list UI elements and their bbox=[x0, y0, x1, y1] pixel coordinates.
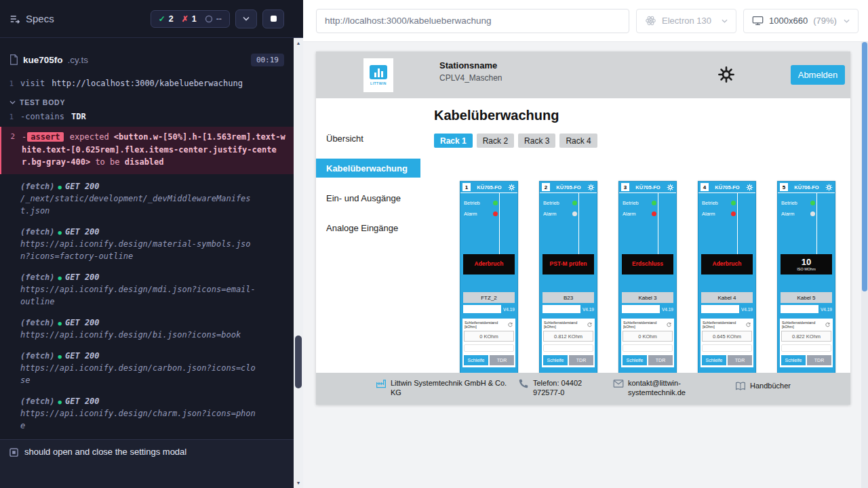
resistance-label: Schleifenwiderstand [kOhm] bbox=[465, 321, 507, 329]
aut-stage: LITTWIN Stationsname CPLV4_Maschen Abmel… bbox=[303, 42, 861, 488]
scroll-down-arrow-icon[interactable]: ▼ bbox=[294, 481, 303, 485]
blank-field bbox=[622, 305, 660, 313]
tab-rack-2[interactable]: Rack 2 bbox=[477, 134, 514, 148]
status-display: PST-M prüfen bbox=[542, 254, 594, 274]
fetch-status: GET 200 bbox=[65, 351, 100, 361]
fetch-status: GET 200 bbox=[65, 318, 100, 327]
refresh-icon[interactable] bbox=[745, 322, 751, 328]
cable-name: Kabel 5 bbox=[781, 292, 832, 303]
littwin-logo-icon bbox=[370, 65, 387, 79]
value-field bbox=[464, 344, 514, 352]
stop-button[interactable] bbox=[262, 9, 284, 28]
page-scrollbar[interactable] bbox=[861, 42, 868, 488]
contains-command-row[interactable]: 1 -containsTDR bbox=[0, 109, 294, 125]
card-number: 1 bbox=[462, 183, 471, 191]
card-settings-icon[interactable] bbox=[825, 184, 833, 191]
sidebar-item-kabelueberwachung[interactable]: Kabelüberwachung bbox=[316, 159, 420, 178]
assert-expected-text: expected bbox=[70, 132, 109, 142]
refresh-icon[interactable] bbox=[666, 322, 672, 328]
schleife-button[interactable]: Schleife bbox=[623, 355, 647, 365]
tdr-button[interactable]: TDR bbox=[569, 355, 593, 365]
status-display: Aderbruch bbox=[701, 254, 753, 274]
schleife-button[interactable]: Schleife bbox=[702, 355, 726, 365]
logo-text: LITTWIN bbox=[370, 81, 387, 85]
scroll-up-arrow-icon[interactable]: ▲ bbox=[294, 41, 303, 45]
fetch-log-entry[interactable]: (fetch)●GET 200 /_next/static/developmen… bbox=[0, 178, 294, 220]
chevron-down-icon bbox=[722, 19, 728, 23]
refresh-icon[interactable] bbox=[507, 322, 513, 328]
station-info: Stationsname CPLV4_Maschen bbox=[439, 60, 502, 83]
resistance-label: Schleifenwiderstand [kOhm] bbox=[782, 321, 825, 329]
resistance-label: Schleifenwiderstand [kOhm] bbox=[703, 321, 745, 329]
sidebar-item-analoge-eingaenge[interactable]: Analoge Eingänge bbox=[316, 218, 420, 237]
url-input[interactable] bbox=[316, 9, 629, 33]
card-settings-icon[interactable] bbox=[508, 184, 515, 191]
browser-selector[interactable]: Electron 130 bbox=[636, 9, 736, 33]
tab-rack-3[interactable]: Rack 3 bbox=[518, 134, 555, 148]
alarm-label: Alarm bbox=[623, 211, 636, 217]
reporter-scrollbar[interactable]: ▲ ▼ bbox=[294, 0, 303, 488]
fetch-status: GET 200 bbox=[65, 396, 100, 406]
refresh-icon[interactable] bbox=[825, 322, 831, 328]
led-panel: Betrieb Alarm bbox=[698, 193, 755, 254]
resistance-value: 0.812 KOhm bbox=[543, 331, 593, 342]
schleife-button[interactable]: Schleife bbox=[781, 355, 806, 365]
tdr-button[interactable]: TDR bbox=[490, 355, 514, 365]
betrieb-label: Betrieb bbox=[781, 200, 797, 206]
fetch-tag: (fetch) bbox=[20, 227, 55, 237]
viewport-selector[interactable]: 1000x660 (79%) bbox=[743, 9, 859, 33]
blank-field bbox=[781, 305, 818, 313]
tab-rack-4[interactable]: Rack 4 bbox=[559, 134, 597, 148]
rack-tabs: Rack 1 Rack 2 Rack 3 Rack 4 bbox=[434, 134, 597, 148]
card-number: 4 bbox=[701, 183, 709, 191]
tdr-button[interactable]: TDR bbox=[728, 355, 752, 365]
phone-icon bbox=[518, 378, 529, 389]
stop-icon bbox=[271, 16, 277, 22]
refresh-icon[interactable] bbox=[587, 322, 593, 328]
footer-manuals[interactable]: Handbücher bbox=[735, 381, 791, 392]
fetch-log-entry[interactable]: (fetch)●GET 200 https://api.iconify.desi… bbox=[0, 392, 294, 434]
failed-count: 1 bbox=[192, 14, 197, 24]
value-field bbox=[543, 344, 593, 352]
alarm-label: Alarm bbox=[543, 211, 557, 217]
spec-header[interactable]: kue705fo .cy.ts 00:19 bbox=[0, 49, 294, 70]
test-body-section-header[interactable]: TEST BODY bbox=[0, 92, 294, 109]
schleife-button[interactable]: Schleife bbox=[464, 355, 488, 365]
settings-gear-icon[interactable] bbox=[717, 66, 735, 83]
alarm-led-red bbox=[731, 211, 736, 216]
app-kabelueberwachung: LITTWIN Stationsname CPLV4_Maschen Abmel… bbox=[316, 52, 850, 405]
alarm-led-off bbox=[572, 211, 577, 216]
blank-field bbox=[701, 305, 739, 313]
fetch-tag: (fetch) bbox=[20, 272, 55, 282]
status-text: Erdschluss bbox=[631, 261, 665, 268]
fetch-log-entry[interactable]: (fetch)●GET 200 https://api.iconify.desi… bbox=[0, 347, 294, 389]
footer-phone[interactable]: Telefon: 04402 972577-0 bbox=[518, 378, 610, 398]
tdr-button[interactable]: TDR bbox=[648, 355, 673, 365]
fetch-log-entry[interactable]: (fetch)●GET 200 https://api.iconify.desi… bbox=[0, 314, 294, 344]
sidebar-item-ein-und-ausgaenge[interactable]: Ein- und Ausgänge bbox=[316, 188, 420, 207]
test-checkbox-icon bbox=[9, 448, 18, 457]
scrollbar-thumb[interactable] bbox=[295, 336, 302, 388]
viewport-size: 1000x660 bbox=[769, 16, 808, 26]
specs-menu-button[interactable]: Specs bbox=[9, 13, 54, 24]
logout-button[interactable]: Abmelden bbox=[791, 65, 845, 85]
footer-email[interactable]: kontakt@littwin-systemtechnik.de bbox=[613, 378, 708, 398]
card-settings-icon[interactable] bbox=[746, 184, 753, 191]
collapse-button[interactable] bbox=[235, 9, 257, 28]
tab-rack-1[interactable]: Rack 1 bbox=[434, 134, 473, 148]
assert-expected-state: disabled bbox=[125, 157, 164, 167]
visit-command-row[interactable]: 1 visithttp://localhost:3000/kabelueberw… bbox=[0, 76, 294, 92]
email-icon bbox=[613, 378, 624, 389]
schleife-button[interactable]: Schleife bbox=[543, 355, 568, 365]
failed-assert-row[interactable]: 2 -assert expected <button.w-[50%].h-[1.… bbox=[0, 127, 294, 174]
fetch-log-entry[interactable]: (fetch)●GET 200 https://api.iconify.desi… bbox=[0, 268, 294, 310]
fetch-log-entry[interactable]: (fetch)●GET 200 https://api.iconify.desi… bbox=[0, 223, 294, 265]
blank-field bbox=[463, 305, 501, 313]
passed-stat: ✓ 2 bbox=[159, 14, 174, 24]
next-test-title-bar[interactable]: should open and close the settings modal bbox=[0, 439, 294, 488]
tdr-button[interactable]: TDR bbox=[807, 355, 831, 365]
page-scrollbar-thumb[interactable] bbox=[862, 42, 867, 291]
sidebar-item-uebersicht[interactable]: Übersicht bbox=[316, 129, 420, 148]
card-settings-icon[interactable] bbox=[667, 184, 674, 191]
card-settings-icon[interactable] bbox=[587, 184, 595, 191]
